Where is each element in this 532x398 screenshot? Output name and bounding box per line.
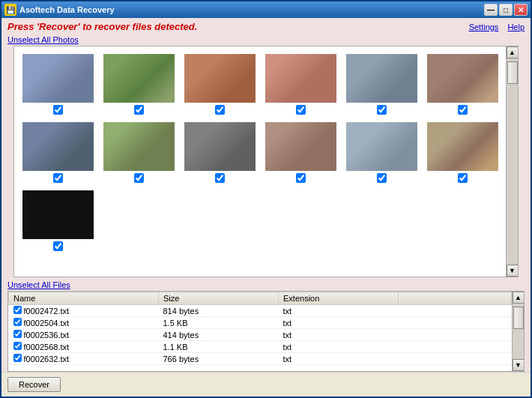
- window-controls: — □ ✕: [484, 4, 528, 16]
- title-bar: 💾 Asoftech Data Recovery — □ ✕: [1, 1, 531, 18]
- photo-checkbox[interactable]: [53, 173, 63, 183]
- file-name-cell: f0002632.txt: [9, 353, 159, 365]
- unselect-all-files-link[interactable]: Unselect All Files: [7, 280, 70, 289]
- photo-thumbnail: [346, 54, 417, 103]
- file-ext-cell: txt: [279, 341, 399, 353]
- file-name-cell: f0002504.txt: [9, 317, 159, 329]
- photo-item: [98, 49, 179, 118]
- file-extra-cell: [399, 317, 512, 329]
- col-name: Name: [9, 292, 159, 305]
- photo-checkbox[interactable]: [296, 173, 306, 183]
- unselect-files-row: Unselect All Files: [7, 279, 525, 291]
- file-checkbox[interactable]: [13, 306, 22, 314]
- scroll-track[interactable]: [507, 58, 519, 265]
- file-size-cell: 766 bytes: [159, 353, 279, 365]
- file-size-cell: 1.1 KB: [159, 341, 279, 353]
- files-scrollbar[interactable]: ▲ ▼: [512, 292, 524, 371]
- minimize-button[interactable]: —: [484, 4, 498, 16]
- photo-checkbox[interactable]: [53, 105, 63, 115]
- file-checkbox[interactable]: [13, 354, 22, 362]
- photo-thumbnail: [103, 54, 175, 103]
- photo-item: [341, 118, 422, 186]
- file-extra-cell: [399, 353, 512, 365]
- unselect-all-photos-link[interactable]: Unselect All Photos: [7, 35, 79, 44]
- help-link[interactable]: Help: [507, 22, 525, 31]
- files-scroll-thumb[interactable]: [513, 307, 524, 329]
- close-button[interactable]: ✕: [514, 4, 528, 16]
- photo-checkbox[interactable]: [296, 105, 306, 115]
- scroll-thumb[interactable]: [507, 61, 518, 84]
- photo-item: [179, 49, 260, 118]
- photo-checkbox[interactable]: [377, 105, 387, 115]
- photo-checkbox[interactable]: [134, 105, 144, 115]
- scroll-up-button[interactable]: ▲: [507, 46, 519, 58]
- top-bar: Press 'Recover' to recover files detecte…: [1, 18, 531, 34]
- photos-grid: [14, 46, 506, 257]
- file-checkbox[interactable]: [13, 318, 22, 326]
- table-row: f0002536.txt414 bytestxt: [9, 329, 512, 341]
- recover-button[interactable]: Recover: [7, 377, 61, 392]
- files-scroll-track[interactable]: [513, 304, 525, 359]
- photo-item: [17, 49, 98, 118]
- photo-thumbnail: [265, 54, 336, 103]
- table-row: f0002632.txt766 bytestxt: [9, 353, 512, 365]
- table-row: f0002504.txt1.5 KBtxt: [9, 317, 512, 329]
- photo-item: [341, 49, 422, 118]
- photo-item: [260, 118, 341, 186]
- photo-thumbnail: [22, 122, 94, 171]
- file-ext-cell: txt: [279, 329, 399, 341]
- app-icon: 💾: [4, 4, 16, 16]
- top-links: Settings Help: [469, 22, 525, 31]
- file-ext-cell: txt: [279, 353, 399, 365]
- files-table-container: Name Size Extension f0002472.txt814 byte…: [7, 291, 525, 372]
- photo-thumbnail: [184, 122, 256, 171]
- settings-link[interactable]: Settings: [469, 22, 499, 31]
- photo-thumbnail: [22, 190, 94, 239]
- photo-item: [98, 118, 179, 186]
- window-title: Asoftech Data Recovery: [19, 5, 484, 14]
- photo-thumbnail: [265, 122, 336, 171]
- photo-checkbox[interactable]: [215, 173, 225, 183]
- photo-item: [422, 49, 503, 118]
- file-name-cell: f0002568.txt: [9, 341, 159, 353]
- files-scroll-up-button[interactable]: ▲: [513, 292, 525, 304]
- files-section: Unselect All Files Name Size Extension: [1, 277, 531, 372]
- file-ext-cell: txt: [279, 317, 399, 329]
- photo-item: [422, 118, 503, 186]
- photos-grid-container[interactable]: [14, 46, 506, 277]
- app-icon-glyph: 💾: [6, 6, 15, 14]
- files-scroll-down-button[interactable]: ▼: [513, 359, 525, 371]
- photo-thumbnail: [22, 54, 94, 103]
- photo-checkbox[interactable]: [458, 173, 468, 183]
- scroll-down-button[interactable]: ▼: [507, 265, 519, 277]
- photo-checkbox[interactable]: [377, 173, 387, 183]
- main-window: 💾 Asoftech Data Recovery — □ ✕ Press 'Re…: [0, 0, 532, 398]
- file-ext-cell: txt: [279, 305, 399, 317]
- photo-checkbox[interactable]: [53, 241, 63, 251]
- table-row: f0002568.txt1.1 KBtxt: [9, 341, 512, 353]
- col-extra: [399, 292, 512, 305]
- file-checkbox[interactable]: [13, 342, 22, 350]
- photo-item: [17, 118, 98, 186]
- photo-item: [17, 186, 98, 254]
- photo-thumbnail: [184, 54, 256, 103]
- photo-thumbnail: [427, 122, 498, 171]
- photo-checkbox[interactable]: [134, 173, 144, 183]
- file-size-cell: 414 bytes: [159, 329, 279, 341]
- photo-checkbox[interactable]: [458, 105, 468, 115]
- unselect-photos-row: Unselect All Photos: [1, 34, 531, 46]
- file-name-cell: f0002536.txt: [9, 329, 159, 341]
- file-size-cell: 814 bytes: [159, 305, 279, 317]
- photo-item: [179, 118, 260, 186]
- photos-scrollbar[interactable]: ▲ ▼: [506, 46, 518, 277]
- photo-thumbnail: [427, 54, 498, 103]
- file-extra-cell: [399, 341, 512, 353]
- file-checkbox[interactable]: [13, 330, 22, 338]
- photos-panel: ▲ ▼: [13, 46, 519, 277]
- photo-checkbox[interactable]: [215, 105, 225, 115]
- file-name-cell: f0002472.txt: [9, 305, 159, 317]
- maximize-button[interactable]: □: [499, 4, 513, 16]
- files-data-table: Name Size Extension f0002472.txt814 byte…: [8, 292, 512, 365]
- table-row: f0002472.txt814 bytestxt: [9, 305, 512, 317]
- recover-message: Press 'Recover' to recover files detecte…: [7, 21, 197, 32]
